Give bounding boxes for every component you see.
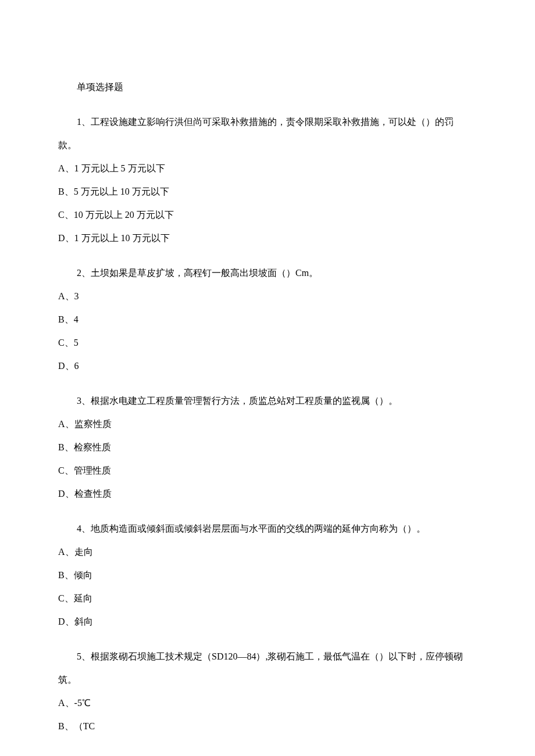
question-1-text: 1、工程设施建立影响行洪但尚可采取补救措施的，责令限期采取补救措施，可以处（）的…: [58, 110, 471, 157]
question-3-option-d: D、检查性质: [58, 482, 471, 506]
question-5-option-b: B、（TC: [58, 715, 471, 738]
question-4-option-b: B、倾向: [58, 564, 471, 587]
question-1-option-d: D、1 万元以上 10 万元以下: [58, 227, 471, 250]
question-1-option-c: C、10 万元以上 20 万元以下: [58, 203, 471, 227]
question-5-text: 5、根据浆砌石坝施工技术规定（SD120—84）,浆砌石施工，最低气温在（）以下…: [58, 645, 471, 691]
question-1-option-b: B、5 万元以上 10 万元以下: [58, 180, 471, 203]
question-2-text: 2、土坝如果是草皮扩坡，高程钉一般高出坝坡面（）Cm。: [58, 261, 471, 285]
section-header: 单项选择题: [58, 76, 471, 99]
question-4-text: 4、地质构造面或倾斜面或倾斜岩层层面与水平面的交线的两端的延伸方向称为（）。: [58, 517, 471, 540]
question-3-option-c: C、管理性质: [58, 459, 471, 482]
question-2-option-a: A、3: [58, 285, 471, 308]
question-2-option-c: C、5: [58, 331, 471, 354]
question-3-option-b: B、检察性质: [58, 436, 471, 459]
question-4-option-c: C、延向: [58, 587, 471, 610]
question-3-text: 3、根据水电建立工程质量管理暂行方法，质监总站对工程质量的监视属（）。: [58, 389, 471, 413]
question-4-option-a: A、走向: [58, 540, 471, 564]
question-3-option-a: A、监察性质: [58, 413, 471, 436]
question-1-option-a: A、1 万元以上 5 万元以下: [58, 157, 471, 180]
question-2-option-b: B、4: [58, 308, 471, 331]
question-4-option-d: D、斜向: [58, 610, 471, 633]
question-5-option-a: A、-5℃: [58, 691, 471, 715]
question-2-option-d: D、6: [58, 354, 471, 378]
